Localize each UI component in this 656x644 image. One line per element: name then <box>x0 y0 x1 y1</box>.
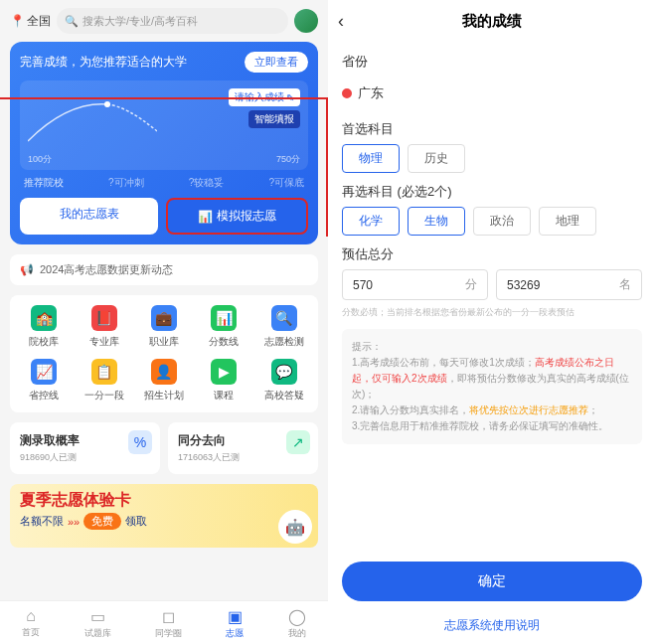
promo-banner[interactable]: 夏季志愿体验卡 名额不限 »» 免费 领取 🤖 <box>10 484 318 548</box>
hero-card: 完善成绩，为您推荐适合的大学 立即查看 请输入成绩 ✎ 智能填报 100分 75… <box>10 42 318 244</box>
arrow-icon: ↗ <box>286 430 310 454</box>
location-picker[interactable]: 📍 全国 <box>10 13 51 30</box>
subject-chip[interactable]: 地理 <box>539 207 596 236</box>
right-panel: ‹ 我的成绩 省份 广东 首选科目 物理历史 再选科目 (必选2个) 化学生物政… <box>328 0 656 644</box>
confirm-button[interactable]: 确定 <box>342 562 642 601</box>
grid-item[interactable]: 📋一分一段 <box>74 359 133 402</box>
secondary-subject-row: 化学生物政治地理 <box>342 207 642 236</box>
grid-item[interactable]: ▶课程 <box>194 359 253 402</box>
grid-item[interactable]: 📈省控线 <box>14 359 74 402</box>
nav-item[interactable]: ◻同学圈 <box>155 607 182 640</box>
feature-grid: 🏫院校库📕专业库💼职业库📊分数线🔍志愿检测📈省控线📋一分一段👤招生计划▶课程💬高… <box>10 295 318 412</box>
hero-cta-button[interactable]: 立即查看 <box>245 52 308 73</box>
notice-bar[interactable]: 📢 2024高考志愿数据更新动态 <box>10 254 318 285</box>
subject-chip[interactable]: 化学 <box>342 207 400 236</box>
svg-point-0 <box>104 101 110 107</box>
grid-item[interactable]: 🏫院校库 <box>14 305 74 349</box>
search-input[interactable]: 🔍 搜索大学/专业/高考百科 <box>57 8 288 34</box>
secondary-subject-label: 再选科目 (必选2个) <box>342 183 642 201</box>
subject-chip[interactable]: 物理 <box>342 144 400 173</box>
panel-title: 我的成绩 <box>462 12 522 31</box>
speaker-icon: 📢 <box>20 263 34 276</box>
chart-curve <box>28 96 157 146</box>
chart-icon: 📊 <box>198 210 213 224</box>
bot-icon: 🤖 <box>278 510 312 544</box>
score-hint: 分数必填；当前排名根据您省份最新公布的一分一段表预估 <box>342 306 642 319</box>
grid-item[interactable]: 📕专业库 <box>74 305 133 349</box>
back-icon[interactable]: ‹ <box>338 11 344 32</box>
grid-item[interactable]: 💼职业库 <box>134 305 194 349</box>
tab-simulate[interactable]: 📊 模拟报志愿 <box>166 198 308 235</box>
tab-my-list[interactable]: 我的志愿表 <box>20 198 158 235</box>
primary-subject-row: 物理历史 <box>342 144 642 173</box>
annotation-line <box>0 97 328 99</box>
tips-box: 提示： 1.高考成绩公布前，每天可修改1次成绩；高考成绩公布之日起，仅可输入2次… <box>342 329 642 444</box>
nav-item[interactable]: ◯我的 <box>288 607 306 640</box>
location-text: 全国 <box>27 13 51 30</box>
subject-chip[interactable]: 政治 <box>473 207 531 236</box>
grid-item[interactable]: 💬高校答疑 <box>254 359 314 402</box>
card-same-score[interactable]: 同分去向 1716063人已测 ↗ <box>168 422 318 474</box>
grid-item[interactable]: 📊分数线 <box>194 305 253 349</box>
top-bar: 📍 全国 🔍 搜索大学/专业/高考百科 <box>0 0 328 42</box>
nav-item[interactable]: ▣志愿 <box>226 607 244 640</box>
nav-item[interactable]: ⌂首页 <box>22 607 40 640</box>
help-link[interactable]: 志愿系统使用说明 <box>328 611 656 644</box>
province-label: 省份 <box>342 53 642 71</box>
score-label: 预估总分 <box>342 245 642 263</box>
hero-title: 完善成绩，为您推荐适合的大学 <box>20 54 187 71</box>
search-placeholder: 搜索大学/专业/高考百科 <box>82 14 198 29</box>
grid-item[interactable]: 👤招生计划 <box>134 359 194 402</box>
grid-item[interactable]: 🔍志愿检测 <box>254 305 314 349</box>
nav-item[interactable]: ▭试题库 <box>84 607 111 640</box>
percent-icon: % <box>128 430 152 454</box>
bottom-nav: ⌂首页▭试题库◻同学圈▣志愿◯我的 <box>0 600 328 644</box>
subject-chip[interactable]: 生物 <box>408 207 465 236</box>
chart-min: 100分 <box>28 153 52 166</box>
score-rank-input[interactable]: 53269 名 <box>496 269 642 300</box>
panel-header: ‹ 我的成绩 <box>328 0 656 43</box>
primary-subject-label: 首选科目 <box>342 120 642 138</box>
chart-max: 750分 <box>276 153 300 166</box>
card-probability[interactable]: 测录取概率 918690人已测 % <box>10 422 160 474</box>
location-icon: 📍 <box>10 14 25 28</box>
avatar[interactable] <box>294 9 318 33</box>
smart-fill-button[interactable]: 智能填报 <box>248 110 300 128</box>
subject-chip[interactable]: 历史 <box>408 144 465 173</box>
recommendation-row: 推荐院校 ?可冲刺 ?较稳妥 ?可保底 <box>20 176 308 190</box>
annotation-line <box>326 97 328 237</box>
score-chart: 请输入成绩 ✎ 智能填报 100分 750分 <box>20 80 308 170</box>
score-points-input[interactable]: 570 分 <box>342 269 488 300</box>
province-picker[interactable]: 广东 <box>342 77 642 110</box>
highlight-dot <box>342 88 352 98</box>
search-icon: 🔍 <box>65 15 79 28</box>
